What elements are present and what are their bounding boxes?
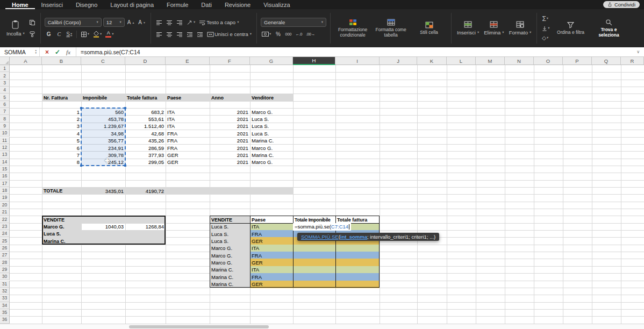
cell-C14[interactable]: 245,12 xyxy=(81,159,125,166)
cell-I30[interactable] xyxy=(335,273,380,281)
row-header-30[interactable]: 30 xyxy=(0,273,10,280)
row-header-2[interactable]: 2 xyxy=(0,72,10,79)
format-cells-button[interactable]: Formato▾ xyxy=(507,20,533,37)
cell-G25[interactable]: GER xyxy=(250,237,293,245)
cell-I29[interactable] xyxy=(335,266,380,274)
column-header-B[interactable]: B xyxy=(42,57,81,65)
copy-button[interactable] xyxy=(28,18,37,27)
cell-I27[interactable] xyxy=(335,252,380,259)
cell-C9[interactable]: 1.239,67 xyxy=(81,123,125,130)
align-middle-button[interactable] xyxy=(165,18,174,27)
borders-button[interactable]: ▾ xyxy=(80,30,90,39)
column-header-J[interactable]: J xyxy=(380,57,417,65)
cell-F25[interactable]: Luca S. xyxy=(210,237,250,245)
column-header-L[interactable]: L xyxy=(447,57,476,65)
underline-button[interactable]: S▾ xyxy=(65,30,74,39)
cell-H27[interactable] xyxy=(293,252,335,259)
conditional-formatting-button[interactable]: Formattazione condizionale xyxy=(334,18,371,39)
row-header-27[interactable]: 27 xyxy=(0,252,10,259)
cell-D18[interactable]: 4190,72 xyxy=(125,187,166,195)
row-header-4[interactable]: 4 xyxy=(0,87,10,94)
cell-F22[interactable]: VENDITE xyxy=(210,216,250,223)
cell-B14[interactable]: 8 xyxy=(42,159,81,166)
row-header-18[interactable]: 18 xyxy=(0,187,10,194)
cell-C23[interactable]: 1040,03 xyxy=(81,223,125,231)
increase-decimal-button[interactable]: ←.0 xyxy=(294,30,303,39)
cell-H30[interactable] xyxy=(293,273,335,281)
tab-visualizza[interactable]: Visualizza xyxy=(257,0,296,9)
cell-D8[interactable]: 553,61 xyxy=(125,115,166,123)
cell-H29[interactable] xyxy=(293,266,335,274)
cell-D5[interactable]: Totale fattura xyxy=(125,94,166,101)
cell-F28[interactable]: Marco G. xyxy=(210,259,250,266)
cell-F9[interactable]: 2021 xyxy=(210,123,250,130)
share-button[interactable]: Condividi xyxy=(603,1,640,8)
tab-revisione[interactable]: Revisione xyxy=(218,0,257,9)
cell-I26[interactable] xyxy=(335,245,380,252)
cell-G10[interactable]: Luca S. xyxy=(250,130,293,137)
accounting-format-button[interactable]: ▾ xyxy=(261,30,272,39)
tab-home[interactable]: Home xyxy=(5,0,35,9)
align-left-button[interactable] xyxy=(155,30,163,39)
align-bottom-button[interactable] xyxy=(175,18,184,27)
tab-formule[interactable]: Formule xyxy=(160,0,195,9)
font-name-select[interactable]: Calibri (Corpo) ▾ xyxy=(45,18,102,27)
cell-F11[interactable]: 2021 xyxy=(210,137,250,145)
row-header-22[interactable]: 22 xyxy=(0,216,10,223)
cell-D13[interactable]: 377,93 xyxy=(125,151,166,159)
cell-editor[interactable]: =somma.più.se(C7:C14 xyxy=(293,223,351,231)
find-select-button[interactable]: Trova e seleziona xyxy=(591,18,627,39)
cell-E10[interactable]: FRA xyxy=(166,130,210,137)
insert-function-button[interactable]: fx xyxy=(66,49,70,55)
row-header-21[interactable]: 21 xyxy=(0,209,10,216)
cell-B12[interactable]: 6 xyxy=(42,144,81,152)
row-header-12[interactable]: 12 xyxy=(0,144,10,151)
increase-font-size-button[interactable]: A▲ xyxy=(126,18,136,27)
formula-input[interactable]: =somma.più.se(C7:C14 xyxy=(76,49,632,55)
row-header-23[interactable]: 23 xyxy=(0,223,10,230)
cell-G30[interactable]: FRA xyxy=(250,273,293,281)
cell-D25[interactable] xyxy=(125,237,166,245)
select-all-corner[interactable] xyxy=(0,57,10,65)
cell-F7[interactable]: 2021 xyxy=(210,108,250,116)
cell-E18[interactable] xyxy=(166,187,210,195)
tooltip-function-name[interactable]: SOMMA.PIÙ.SE xyxy=(301,234,339,240)
row-header-9[interactable]: 9 xyxy=(0,123,10,130)
row-header-32[interactable]: 32 xyxy=(0,288,10,295)
cell-G18[interactable] xyxy=(250,187,293,195)
row-header-3[interactable]: 3 xyxy=(0,80,10,87)
font-color-button[interactable]: A ▾ xyxy=(104,30,115,39)
cell-H31[interactable] xyxy=(293,281,335,288)
fill-button[interactable]: ▾ xyxy=(541,24,550,33)
cell-G11[interactable]: Marina C. xyxy=(250,137,293,145)
cell-F27[interactable]: Marco G. xyxy=(210,252,250,259)
cell-I22[interactable]: Totale fattura xyxy=(335,216,380,223)
row-header-33[interactable]: 33 xyxy=(0,295,10,302)
format-painter-button[interactable] xyxy=(28,30,37,39)
fill-color-button[interactable]: ▾ xyxy=(92,30,103,39)
row-header-20[interactable]: 20 xyxy=(0,202,10,209)
cell-D24[interactable] xyxy=(125,230,166,238)
cell-F24[interactable]: Luca S. xyxy=(210,230,250,238)
row-header-10[interactable]: 10 xyxy=(0,130,10,137)
cell-B5[interactable]: Nr. Fattura xyxy=(42,94,81,101)
column-header-F[interactable]: F xyxy=(210,57,250,65)
align-center-button[interactable] xyxy=(165,30,174,39)
percent-style-button[interactable]: % xyxy=(274,30,282,39)
cell-C18[interactable]: 3435,01 xyxy=(81,187,125,195)
cell-D22[interactable] xyxy=(125,216,166,223)
decrease-font-size-button[interactable]: A▼ xyxy=(137,18,147,27)
column-header-P[interactable]: P xyxy=(563,57,592,65)
column-header-E[interactable]: E xyxy=(166,57,210,65)
cell-D23[interactable]: 1268,84 xyxy=(125,223,166,231)
sort-filter-button[interactable]: Ordina e filtra xyxy=(553,20,589,37)
cell-F14[interactable]: 2021 xyxy=(210,159,250,166)
cell-C10[interactable]: 34,98 xyxy=(81,130,125,137)
cell-C8[interactable]: 453,78 xyxy=(81,115,125,123)
delete-cells-button[interactable]: Elimina▾ xyxy=(482,20,505,37)
row-header-8[interactable]: 8 xyxy=(0,115,10,122)
column-header-C[interactable]: C xyxy=(81,57,125,65)
tab-dati[interactable]: Dati xyxy=(195,0,218,9)
clear-button[interactable]: ◇▾ xyxy=(541,33,549,42)
row-header-11[interactable]: 11 xyxy=(0,137,10,144)
